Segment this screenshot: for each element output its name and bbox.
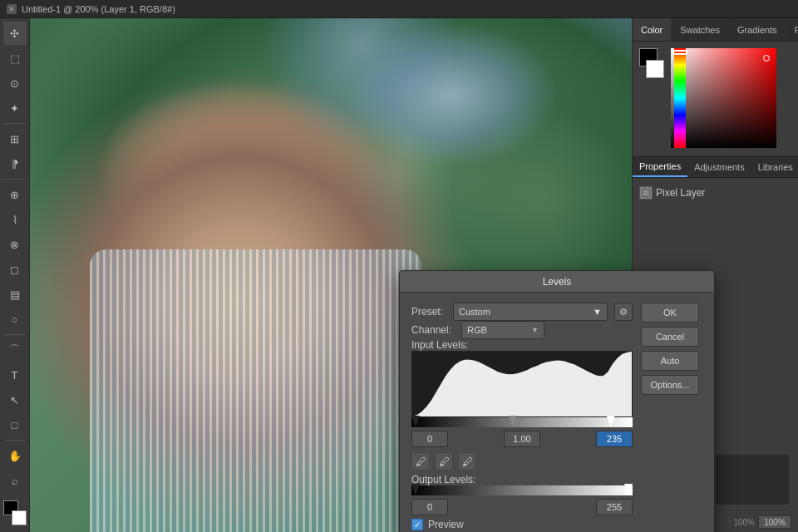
channel-label: Channel: <box>411 324 455 336</box>
tool-zoom[interactable]: ⌕ <box>3 469 27 492</box>
preset-dropdown[interactable]: Custom ▼ <box>453 303 608 321</box>
eyedropper-gray-button[interactable]: 🖊 <box>435 452 453 470</box>
levels-dialog: Levels Preset: Custom ▼ ⚙ Channel: RG <box>399 270 715 532</box>
pixel-layer-icon <box>639 186 653 200</box>
background-color-swatch[interactable] <box>12 510 27 525</box>
output-slider-track[interactable] <box>411 485 633 495</box>
preview-label: Preview <box>428 519 464 530</box>
levels-right-buttons: OK Cancel Auto Options... <box>633 303 702 530</box>
toolbar-divider <box>5 334 25 335</box>
tool-hand[interactable]: ✋ <box>3 444 27 467</box>
tool-quick-select[interactable]: ✦ <box>3 96 27 120</box>
preset-gear-button[interactable]: ⚙ <box>614 303 633 321</box>
tab-libraries[interactable]: Libraries <box>751 157 798 177</box>
bg-color-swatch[interactable] <box>646 60 664 78</box>
eyedropper-row: 🖊 🖊 🖊 <box>411 452 633 470</box>
toolbar-divider <box>5 440 25 441</box>
input-gamma-handle[interactable] <box>509 416 517 427</box>
input-levels-label: Input Levels: <box>411 339 633 351</box>
preset-value: Custom <box>459 307 490 317</box>
input-values: 0 1.00 235 <box>411 431 633 447</box>
tool-healing[interactable]: ⊕ <box>3 183 27 206</box>
tab-gradients[interactable]: Gradients <box>729 18 786 41</box>
output-black-handle[interactable] <box>411 484 420 495</box>
tool-eraser[interactable]: ◻ <box>3 258 27 281</box>
output-black-value[interactable]: 0 <box>411 499 448 515</box>
eyedropper-black-button[interactable]: 🖊 <box>411 452 430 470</box>
channel-value: RGB <box>467 325 487 335</box>
histogram-container <box>411 351 633 417</box>
tab-properties[interactable]: Properties <box>633 157 687 177</box>
preview-checkbox[interactable]: ✓ <box>411 519 423 530</box>
output-values: 0 255 <box>411 499 633 515</box>
channel-dropdown[interactable]: RGB ▼ <box>461 321 544 339</box>
toolbar-divider <box>5 123 25 124</box>
spectrum-gradient[interactable] <box>671 48 776 148</box>
histogram-svg <box>412 352 632 416</box>
zoom-field[interactable]: 100% <box>758 515 791 529</box>
svg-rect-1 <box>643 190 649 196</box>
zoom-label: : 100% <box>729 518 755 527</box>
levels-body: Preset: Custom ▼ ⚙ Channel: RGB ▼ <box>400 293 714 532</box>
channel-row: Channel: RGB ▼ <box>411 321 633 339</box>
input-white-value[interactable]: 235 <box>596 431 633 447</box>
tool-lasso[interactable]: ⊙ <box>3 71 27 95</box>
levels-main-content: Preset: Custom ▼ ⚙ Channel: RGB ▼ <box>411 303 702 530</box>
input-slider-track[interactable] <box>411 417 633 427</box>
properties-panel-tabs: Properties Adjustments Libraries <box>633 156 798 178</box>
color-swatch-area <box>639 48 791 148</box>
tab-patterns[interactable]: Patterns <box>786 18 798 41</box>
pixel-layer-row: Pixel Layer <box>639 183 791 203</box>
levels-title: Levels <box>543 276 572 288</box>
pixel-layer-label: Pixel Layer <box>656 187 705 199</box>
input-gamma-value[interactable]: 1.00 <box>504 431 540 447</box>
auto-button[interactable]: Auto <box>641 351 699 371</box>
output-white-value[interactable]: 255 <box>596 499 633 515</box>
input-black-value[interactable]: 0 <box>411 431 448 447</box>
canvas-dress-overlay <box>90 249 421 532</box>
levels-left-panel: Preset: Custom ▼ ⚙ Channel: RGB ▼ <box>411 303 633 530</box>
levels-titlebar: Levels <box>400 271 714 293</box>
tool-shape[interactable]: □ <box>3 413 27 436</box>
preset-chevron-icon: ▼ <box>593 307 602 317</box>
tab-color[interactable]: Color <box>633 18 672 41</box>
color-panel-content <box>633 42 798 155</box>
output-white-handle[interactable] <box>624 484 633 495</box>
tool-marquee[interactable]: ⬚ <box>3 47 27 70</box>
channel-chevron-icon: ▼ <box>531 326 539 334</box>
preview-row: ✓ Preview <box>411 519 633 530</box>
input-white-handle[interactable] <box>607 416 615 427</box>
output-levels-label: Output Levels: <box>411 474 633 485</box>
tool-crop[interactable]: ⊞ <box>3 127 27 150</box>
preset-row: Preset: Custom ▼ ⚙ <box>411 303 633 321</box>
color-panel-tabs: Color Swatches Gradients Patterns <box>633 18 798 42</box>
hue-strip[interactable] <box>674 48 686 148</box>
options-button[interactable]: Options... <box>641 375 699 395</box>
tab-swatches[interactable]: Swatches <box>672 18 729 41</box>
cancel-button[interactable]: Cancel <box>641 327 699 347</box>
preview-checkmark-icon: ✓ <box>414 520 421 530</box>
tool-brush[interactable]: ⌇ <box>3 208 27 231</box>
eyedropper-white-button[interactable]: 🖊 <box>458 452 476 470</box>
document-title: Untitled-1 @ 200% (Layer 1, RGB/8#) <box>22 4 175 14</box>
tool-pen[interactable]: ⌒ <box>3 338 27 362</box>
tool-clone[interactable]: ⊗ <box>3 233 27 256</box>
toolbar-divider <box>5 179 25 180</box>
tool-gradient[interactable]: ▤ <box>3 283 27 306</box>
close-button[interactable]: ✕ <box>7 4 17 14</box>
tool-dodge[interactable]: ○ <box>3 308 27 331</box>
left-toolbar: ✣ ⬚ ⊙ ✦ ⊞ ⁋ ⊕ ⌇ ⊗ ◻ ▤ ○ ⌒ T ↖ □ ✋ ⌕ <box>0 18 30 532</box>
tab-adjustments[interactable]: Adjustments <box>687 157 751 177</box>
tool-move[interactable]: ✣ <box>3 22 27 45</box>
tool-path-select[interactable]: ↖ <box>3 388 27 411</box>
title-bar: ✕ Untitled-1 @ 200% (Layer 1, RGB/8#) <box>0 0 798 18</box>
tool-text[interactable]: T <box>3 363 27 387</box>
preset-label: Preset: <box>411 306 446 318</box>
color-spectrum[interactable] <box>671 48 791 148</box>
input-black-handle[interactable] <box>411 416 420 427</box>
tool-eyedropper[interactable]: ⁋ <box>3 152 27 175</box>
ok-button[interactable]: OK <box>641 303 699 323</box>
